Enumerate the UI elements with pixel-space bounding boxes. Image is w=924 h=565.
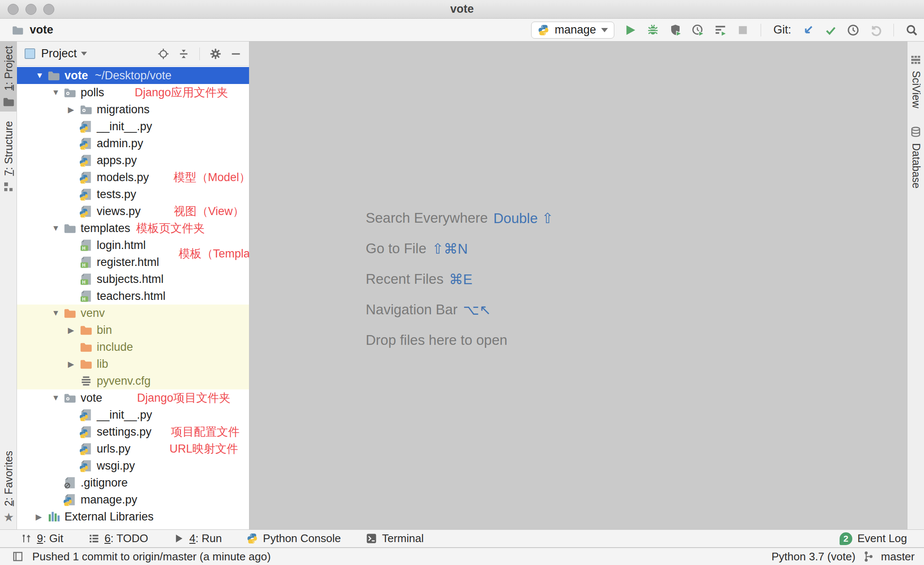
tree-row-subjects-html[interactable]: Hsubjects.html [17,271,249,288]
tree-item-label: subjects.html [97,273,164,286]
tree-row-pyvenv-cfg[interactable]: pyvenv.cfg [17,372,249,389]
chevron-down-icon[interactable] [81,52,87,56]
tree-row--init-py[interactable]: __init__.py [17,118,249,135]
tree-item-label: pyvenv.cfg [97,375,151,388]
toolwindow-button--run[interactable]: 4: Run [173,532,222,545]
locate-file-button[interactable] [157,48,170,60]
tree-row-apps-py[interactable]: apps.py [17,152,249,169]
tree-row-templates[interactable]: ▼templates模板页文件夹 [17,220,249,237]
tree-row-vote[interactable]: ▼vote~/Desktop/vote [17,67,249,84]
tree-row-tests-py[interactable]: tests.py [17,186,249,203]
chevron-down-icon[interactable]: ▼ [52,393,64,403]
tree-row-urls-py[interactable]: urls.pyURL映射文件 [17,440,249,457]
tree-row-external-libraries[interactable]: ▶External Libraries [17,508,249,525]
run-button[interactable] [624,24,637,36]
tree-item-label: External Libraries [64,510,154,523]
chevron-right-icon[interactable]: ▶ [68,359,80,369]
tree-row-vote[interactable]: ▼voteDjango项目文件夹 [17,389,249,406]
tree-row-bin[interactable]: ▶bin [17,322,249,338]
close-window-button[interactable] [8,4,19,15]
python-icon [80,171,92,184]
editor-hint-line: Recent Files⌘E [366,264,553,294]
tree-item-label: .gitignore [81,476,128,489]
chevron-right-icon[interactable]: ▶ [68,325,80,335]
tree-row-models-py[interactable]: models.py模型（Model） [17,169,249,186]
tree-row-wsgi-py[interactable]: wsgi.py [17,457,249,474]
tree-row-views-py[interactable]: views.py视图（View） [17,203,249,220]
stripe-button-sciview[interactable]: SciView [907,46,924,116]
toolwindow-button--todo[interactable]: 6: TODO [88,532,148,545]
python-icon [80,442,92,455]
db-icon [910,126,922,138]
tree-row--gitignore[interactable]: .gitignore [17,474,249,491]
hide-panel-button[interactable] [230,48,242,60]
tree-item-label: polls [81,86,104,99]
toggle-toolwindows-icon[interactable] [12,551,24,562]
toolwindow-label: 9: Git [37,532,63,545]
chevron-down-icon[interactable]: ▼ [36,71,48,80]
editor-hint-line: Search EverywhereDouble ⇧ [366,203,553,233]
chevron-down-icon[interactable]: ▼ [52,224,64,233]
toolwindow-button-python-console[interactable]: Python Console [246,532,341,545]
tree-row-manage-py[interactable]: manage.py [17,491,249,508]
svg-text:H: H [82,263,86,268]
hint-label: Navigation Bar [366,302,457,318]
search-everywhere-icon[interactable] [905,24,918,36]
chevron-down-icon[interactable]: ▼ [52,88,64,97]
stripe-button--favorites[interactable]: ★2: Favorites [0,445,17,529]
cfg-icon [80,375,92,387]
star-icon: ★ [3,511,14,523]
chevron-right-icon[interactable]: ▶ [36,512,48,522]
run-with-coverage-button[interactable] [669,24,682,36]
python-icon [80,154,92,167]
annotation-text: URL映射文件 [170,441,238,456]
tree-item-label: bin [97,324,112,337]
tree-row-migrations[interactable]: ▶migrations [17,101,249,118]
tree-row-polls[interactable]: ▼pollsDjango应用文件夹 [17,84,249,101]
interpreter-label[interactable]: Python 3.7 (vote) [772,550,856,563]
git-branch-icon [862,551,874,562]
tree-row-admin-py[interactable]: admin.py [17,135,249,152]
left-tool-stripe: 1: Project7: Structure★2: Favorites [0,42,17,529]
run-with-parameters-button[interactable] [714,24,727,36]
stop-button[interactable] [736,24,749,36]
tree-row-register-html[interactable]: Hregister.html模板（Template） [17,254,249,271]
profile-button[interactable] [692,24,704,36]
collapse-all-button[interactable] [177,48,190,60]
tree-row-teachers-html[interactable]: Hteachers.html [17,288,249,305]
tree-item-label: login.html [97,239,146,252]
git-update-button[interactable] [802,24,815,36]
tree-row-include[interactable]: include [17,338,249,355]
package-icon [64,86,76,99]
zoom-window-button[interactable] [43,4,54,15]
chevron-down-icon[interactable]: ▼ [52,308,64,318]
tree-item-label: templates [81,222,130,235]
minimize-window-button[interactable] [25,4,36,15]
branch-name[interactable]: master [881,550,915,563]
tree-row-settings-py[interactable]: settings.py项目配置文件 [17,423,249,440]
gear-icon[interactable] [209,48,222,60]
tree-row-lib[interactable]: ▶lib [17,355,249,372]
project-folder-icon [12,24,24,36]
toolwindow-button-terminal[interactable]: Terminal [365,532,423,545]
play-gray-icon [173,533,185,545]
editor-area[interactable]: Search EverywhereDouble ⇧Go to File⇧⌘NRe… [249,42,907,529]
panel-title[interactable]: Project [41,47,77,60]
chevron-right-icon[interactable]: ▶ [68,105,80,115]
tree-row-venv[interactable]: ▼venv [17,305,249,322]
debug-button[interactable] [647,24,659,36]
event-log-button[interactable]: 2 Event Log [840,532,907,545]
tree-item-label: vote [81,392,102,405]
tree-row--init-py[interactable]: __init__.py [17,406,249,423]
toolwindow-button--git[interactable]: 9: Git [20,532,63,545]
stripe-button--structure[interactable]: 7: Structure [0,115,17,199]
status-message[interactable]: Pushed 1 commit to origin/master (a minu… [32,550,271,563]
run-configuration-select[interactable]: manage [531,22,614,39]
git-rollback-button[interactable] [869,24,882,36]
stripe-button-database[interactable]: Database [907,118,924,196]
breadcrumb[interactable]: vote [12,23,53,36]
git-history-button[interactable] [847,24,860,36]
tree-item-path: ~/Desktop/vote [95,69,172,82]
stripe-button--project[interactable]: 1: Project [0,42,17,112]
git-commit-button[interactable] [824,24,837,36]
